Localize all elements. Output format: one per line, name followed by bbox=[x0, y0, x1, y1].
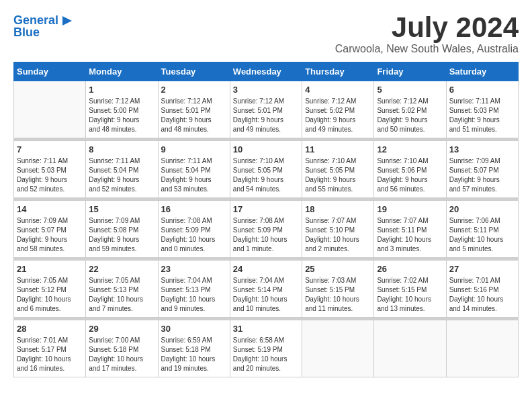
cell-content: Sunrise: 7:04 AM Sunset: 5:14 PM Dayligh… bbox=[233, 276, 299, 314]
day-number: 16 bbox=[161, 204, 227, 214]
day-number: 27 bbox=[449, 264, 515, 274]
day-number: 22 bbox=[89, 264, 154, 274]
day-number: 23 bbox=[161, 264, 227, 274]
calendar-cell: 26Sunrise: 7:02 AM Sunset: 5:15 PM Dayli… bbox=[374, 261, 446, 318]
calendar-cell: 30Sunrise: 6:59 AM Sunset: 5:18 PM Dayli… bbox=[158, 320, 230, 377]
cell-content: Sunrise: 7:12 AM Sunset: 5:02 PM Dayligh… bbox=[305, 97, 371, 134]
cell-content: Sunrise: 7:07 AM Sunset: 5:11 PM Dayligh… bbox=[377, 216, 443, 254]
day-number: 19 bbox=[377, 204, 443, 214]
calendar-week-row-4: 21Sunrise: 7:05 AM Sunset: 5:12 PM Dayli… bbox=[14, 261, 519, 318]
day-number: 12 bbox=[377, 144, 443, 154]
cell-content: Sunrise: 7:12 AM Sunset: 5:01 PM Dayligh… bbox=[233, 97, 299, 134]
calendar-header-wednesday: Wednesday bbox=[230, 62, 302, 81]
day-number: 15 bbox=[89, 204, 154, 214]
cell-content: Sunrise: 7:01 AM Sunset: 5:16 PM Dayligh… bbox=[449, 276, 515, 314]
cell-content: Sunrise: 7:12 AM Sunset: 5:01 PM Dayligh… bbox=[161, 97, 227, 134]
calendar-cell bbox=[374, 320, 446, 377]
calendar-cell: 17Sunrise: 7:08 AM Sunset: 5:09 PM Dayli… bbox=[230, 201, 302, 258]
day-number: 21 bbox=[17, 264, 83, 274]
calendar-week-row-5: 28Sunrise: 7:01 AM Sunset: 5:17 PM Dayli… bbox=[14, 320, 519, 377]
cell-content: Sunrise: 7:08 AM Sunset: 5:09 PM Dayligh… bbox=[233, 216, 299, 254]
calendar-cell: 2Sunrise: 7:12 AM Sunset: 5:01 PM Daylig… bbox=[158, 81, 230, 138]
cell-content: Sunrise: 7:05 AM Sunset: 5:12 PM Dayligh… bbox=[17, 276, 83, 314]
calendar-cell: 9Sunrise: 7:11 AM Sunset: 5:04 PM Daylig… bbox=[158, 141, 230, 198]
calendar-cell: 15Sunrise: 7:09 AM Sunset: 5:08 PM Dayli… bbox=[86, 201, 158, 258]
cell-content: Sunrise: 7:04 AM Sunset: 5:13 PM Dayligh… bbox=[161, 276, 227, 314]
cell-content: Sunrise: 7:09 AM Sunset: 5:07 PM Dayligh… bbox=[17, 216, 83, 254]
cell-content: Sunrise: 6:58 AM Sunset: 5:19 PM Dayligh… bbox=[233, 336, 299, 373]
day-number: 18 bbox=[305, 204, 371, 214]
day-number: 10 bbox=[233, 144, 299, 154]
cell-content: Sunrise: 7:05 AM Sunset: 5:13 PM Dayligh… bbox=[89, 276, 154, 314]
calendar-cell: 18Sunrise: 7:07 AM Sunset: 5:10 PM Dayli… bbox=[302, 201, 374, 258]
cell-content: Sunrise: 7:08 AM Sunset: 5:09 PM Dayligh… bbox=[161, 216, 227, 254]
logo: General Blue bbox=[13, 13, 75, 40]
calendar-cell bbox=[14, 81, 86, 138]
day-number: 13 bbox=[449, 144, 515, 154]
calendar-header-saturday: Saturday bbox=[446, 62, 518, 81]
calendar-cell: 31Sunrise: 6:58 AM Sunset: 5:19 PM Dayli… bbox=[230, 320, 302, 377]
day-number: 9 bbox=[161, 144, 227, 154]
day-number: 17 bbox=[233, 204, 299, 214]
day-number: 28 bbox=[17, 324, 83, 334]
calendar-cell: 3Sunrise: 7:12 AM Sunset: 5:01 PM Daylig… bbox=[230, 81, 302, 138]
cell-content: Sunrise: 6:59 AM Sunset: 5:18 PM Dayligh… bbox=[161, 336, 227, 373]
calendar-cell: 8Sunrise: 7:11 AM Sunset: 5:04 PM Daylig… bbox=[86, 141, 158, 198]
cell-content: Sunrise: 7:09 AM Sunset: 5:08 PM Dayligh… bbox=[89, 216, 154, 254]
logo-arrow-icon bbox=[60, 13, 75, 28]
calendar-header-sunday: Sunday bbox=[14, 62, 86, 81]
calendar-cell: 13Sunrise: 7:09 AM Sunset: 5:07 PM Dayli… bbox=[446, 141, 518, 198]
cell-content: Sunrise: 7:10 AM Sunset: 5:05 PM Dayligh… bbox=[233, 156, 299, 194]
day-number: 30 bbox=[161, 324, 227, 334]
calendar-table: SundayMondayTuesdayWednesdayThursdayFrid… bbox=[13, 62, 519, 377]
calendar-header-friday: Friday bbox=[374, 62, 446, 81]
day-number: 7 bbox=[17, 144, 83, 154]
day-number: 2 bbox=[161, 85, 227, 95]
calendar-cell: 29Sunrise: 7:00 AM Sunset: 5:18 PM Dayli… bbox=[86, 320, 158, 377]
calendar-cell: 24Sunrise: 7:04 AM Sunset: 5:14 PM Dayli… bbox=[230, 261, 302, 318]
cell-content: Sunrise: 7:07 AM Sunset: 5:10 PM Dayligh… bbox=[305, 216, 371, 254]
svg-marker-0 bbox=[62, 16, 72, 26]
day-number: 25 bbox=[305, 264, 371, 274]
day-number: 6 bbox=[449, 85, 515, 95]
calendar-cell: 14Sunrise: 7:09 AM Sunset: 5:07 PM Dayli… bbox=[14, 201, 86, 258]
calendar-week-row-1: 1Sunrise: 7:12 AM Sunset: 5:00 PM Daylig… bbox=[14, 81, 519, 138]
logo-line2: Blue bbox=[13, 26, 40, 39]
calendar-cell: 20Sunrise: 7:06 AM Sunset: 5:11 PM Dayli… bbox=[446, 201, 518, 258]
calendar-cell: 19Sunrise: 7:07 AM Sunset: 5:11 PM Dayli… bbox=[374, 201, 446, 258]
cell-content: Sunrise: 7:12 AM Sunset: 5:02 PM Dayligh… bbox=[377, 97, 443, 134]
calendar-cell: 10Sunrise: 7:10 AM Sunset: 5:05 PM Dayli… bbox=[230, 141, 302, 198]
cell-content: Sunrise: 7:02 AM Sunset: 5:15 PM Dayligh… bbox=[377, 276, 443, 314]
calendar-week-row-3: 14Sunrise: 7:09 AM Sunset: 5:07 PM Dayli… bbox=[14, 201, 519, 258]
cell-content: Sunrise: 7:00 AM Sunset: 5:18 PM Dayligh… bbox=[89, 336, 154, 373]
calendar-cell: 7Sunrise: 7:11 AM Sunset: 5:03 PM Daylig… bbox=[14, 141, 86, 198]
calendar-cell: 1Sunrise: 7:12 AM Sunset: 5:00 PM Daylig… bbox=[86, 81, 158, 138]
cell-content: Sunrise: 7:01 AM Sunset: 5:17 PM Dayligh… bbox=[17, 336, 83, 373]
calendar-cell: 23Sunrise: 7:04 AM Sunset: 5:13 PM Dayli… bbox=[158, 261, 230, 318]
calendar-cell: 5Sunrise: 7:12 AM Sunset: 5:02 PM Daylig… bbox=[374, 81, 446, 138]
title-section: July 2024 Carwoola, New South Wales, Aus… bbox=[335, 13, 519, 55]
calendar-header-tuesday: Tuesday bbox=[158, 62, 230, 81]
calendar-week-row-2: 7Sunrise: 7:11 AM Sunset: 5:03 PM Daylig… bbox=[14, 141, 519, 198]
cell-content: Sunrise: 7:09 AM Sunset: 5:07 PM Dayligh… bbox=[449, 156, 515, 194]
month-title: July 2024 bbox=[335, 13, 519, 42]
day-number: 14 bbox=[17, 204, 83, 214]
cell-content: Sunrise: 7:10 AM Sunset: 5:05 PM Dayligh… bbox=[305, 156, 371, 194]
calendar-cell: 16Sunrise: 7:08 AM Sunset: 5:09 PM Dayli… bbox=[158, 201, 230, 258]
day-number: 26 bbox=[377, 264, 443, 274]
location-text: Carwoola, New South Wales, Australia bbox=[335, 43, 519, 55]
cell-content: Sunrise: 7:11 AM Sunset: 5:04 PM Dayligh… bbox=[161, 156, 227, 194]
day-number: 11 bbox=[305, 144, 371, 154]
cell-content: Sunrise: 7:03 AM Sunset: 5:15 PM Dayligh… bbox=[305, 276, 371, 314]
day-number: 31 bbox=[233, 324, 299, 334]
page-header: General Blue July 2024 Carwoola, New Sou… bbox=[13, 13, 519, 55]
day-number: 3 bbox=[233, 85, 299, 95]
day-number: 29 bbox=[89, 324, 154, 334]
calendar-cell bbox=[446, 320, 518, 377]
calendar-header-monday: Monday bbox=[86, 62, 158, 81]
cell-content: Sunrise: 7:11 AM Sunset: 5:04 PM Dayligh… bbox=[89, 156, 154, 194]
calendar-cell: 25Sunrise: 7:03 AM Sunset: 5:15 PM Dayli… bbox=[302, 261, 374, 318]
calendar-cell bbox=[302, 320, 374, 377]
cell-content: Sunrise: 7:06 AM Sunset: 5:11 PM Dayligh… bbox=[449, 216, 515, 254]
calendar-cell: 12Sunrise: 7:10 AM Sunset: 5:06 PM Dayli… bbox=[374, 141, 446, 198]
